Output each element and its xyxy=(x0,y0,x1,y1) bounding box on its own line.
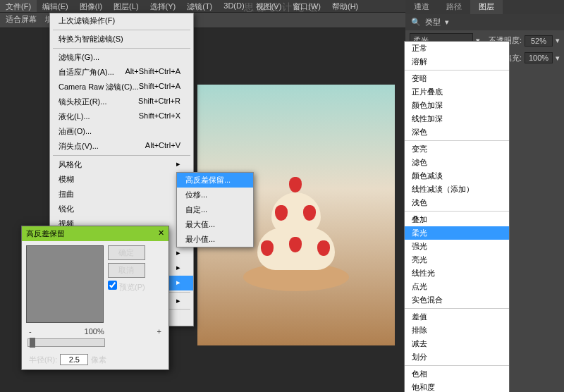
menu-edit[interactable]: 编辑(E) xyxy=(37,0,74,12)
submenu-item[interactable]: 自定... xyxy=(177,202,253,217)
menu-help[interactable]: 帮助(H) xyxy=(326,0,364,12)
tab-paths[interactable]: 路径 xyxy=(438,0,470,14)
blend-mode-option[interactable]: 颜色加深 xyxy=(405,99,509,112)
blend-mode-option[interactable]: 亮光 xyxy=(405,253,509,267)
panel-tabs: 通道 路径 图层 xyxy=(405,0,564,14)
menu-image[interactable]: 图像(I) xyxy=(74,0,108,12)
blend-mode-option[interactable]: 线性减淡（添加） xyxy=(405,183,509,196)
cake-image xyxy=(240,164,352,291)
chevron-down-icon[interactable]: ▾ xyxy=(556,54,560,63)
menu-item[interactable]: 扭曲▸ xyxy=(50,187,193,202)
blend-mode-option[interactable]: 线性光 xyxy=(405,267,509,280)
submenu-item[interactable]: 最大值... xyxy=(177,217,253,232)
tab-layers[interactable]: 图层 xyxy=(470,0,503,14)
chevron-down-icon[interactable]: ▾ xyxy=(556,36,560,45)
blend-mode-option[interactable]: 叠加 xyxy=(405,213,509,226)
menu-item[interactable]: 消失点(V)...Alt+Ctrl+V xyxy=(50,139,193,154)
menu-item[interactable]: 自适应广角(A)...Alt+Shift+Ctrl+A xyxy=(50,65,193,80)
blend-mode-option[interactable]: 颜色减淡 xyxy=(405,169,509,183)
menu-item[interactable]: 上次滤镜操作(F) xyxy=(50,13,193,28)
blend-mode-option[interactable]: 划分 xyxy=(405,350,509,364)
radius-slider[interactable] xyxy=(27,338,105,347)
blend-mode-option[interactable]: 变暗 xyxy=(405,72,509,85)
blend-mode-option[interactable]: 饱和度 xyxy=(405,381,509,392)
preview-checkbox[interactable]: 预览(P) xyxy=(108,281,145,293)
submenu-item[interactable]: 位移... xyxy=(177,188,253,202)
radius-label: 半径(R): xyxy=(29,355,57,365)
zoom-level: 100% xyxy=(85,327,104,336)
blend-mode-option[interactable]: 排除 xyxy=(405,324,509,337)
blend-mode-option[interactable]: 柔光 xyxy=(405,226,509,240)
watermark: 思缘设计论坛 xyxy=(244,1,320,14)
high-pass-dialog: 高反差保留 ✕ 确定 取消 预览(P) - 100% + 半径(R): 像素 xyxy=(21,226,169,370)
ok-button[interactable]: 确定 xyxy=(108,245,145,260)
other-submenu: 高反差保留...位移...自定...最大值...最小值... xyxy=(176,172,254,247)
dialog-preview xyxy=(26,245,104,323)
blend-mode-option[interactable]: 减去 xyxy=(405,337,509,350)
menu-item[interactable]: 镜头校正(R)...Shift+Ctrl+R xyxy=(50,94,193,109)
submenu-item[interactable]: 高反差保留... xyxy=(177,173,253,188)
blend-mode-option[interactable]: 变亮 xyxy=(405,142,509,156)
blend-mode-option[interactable]: 滤色 xyxy=(405,156,509,169)
menu-item[interactable]: 油画(O)... xyxy=(50,124,193,139)
kind-label: 类型 xyxy=(425,17,441,27)
menu-item[interactable]: 液化(L)...Shift+Ctrl+X xyxy=(50,109,193,124)
blend-mode-option[interactable]: 差值 xyxy=(405,310,509,324)
layer-kind-row: 🔍 类型 ▾ xyxy=(405,14,564,30)
tab-channels[interactable]: 通道 xyxy=(405,0,438,14)
blend-mode-option[interactable]: 强光 xyxy=(405,240,509,253)
dialog-titlebar[interactable]: 高反差保留 ✕ xyxy=(22,226,168,241)
blend-mode-option[interactable]: 浅色 xyxy=(405,196,509,209)
menu-file[interactable]: 文件(F) xyxy=(0,0,37,12)
kind-dropdown-icon[interactable]: ▾ xyxy=(445,18,449,27)
menu-item[interactable]: 滤镜库(G)... xyxy=(50,50,193,65)
menu-item[interactable]: 转换为智能滤镜(S) xyxy=(50,32,193,47)
menu-select[interactable]: 选择(Y) xyxy=(145,0,182,12)
menu-item[interactable]: 风格化▸ xyxy=(50,157,193,172)
close-icon[interactable]: ✕ xyxy=(158,228,164,239)
blend-mode-option[interactable]: 色相 xyxy=(405,367,509,381)
blend-mode-option[interactable]: 溶解 xyxy=(405,55,509,68)
blend-mode-option[interactable]: 正片叠底 xyxy=(405,85,509,99)
blend-mode-option[interactable]: 线性加深 xyxy=(405,112,509,125)
blend-mode-dropdown: 正常溶解变暗正片叠底颜色加深线性加深深色变亮滤色颜色减淡线性减淡（添加）浅色叠加… xyxy=(404,41,510,392)
menu-filter[interactable]: 滤镜(T) xyxy=(181,0,218,12)
blend-mode-option[interactable]: 正常 xyxy=(405,42,509,55)
blend-mode-option[interactable]: 实色混合 xyxy=(405,293,509,307)
slider-thumb[interactable] xyxy=(30,338,35,348)
submenu-item[interactable]: 最小值... xyxy=(177,232,253,247)
search-icon: 🔍 xyxy=(411,18,421,27)
zoom-out-button[interactable]: - xyxy=(29,327,32,336)
fill-value[interactable]: 100% xyxy=(525,52,553,63)
menu-layer[interactable]: 图层(L) xyxy=(108,0,144,12)
dialog-title-text: 高反差保留 xyxy=(26,228,65,239)
radius-unit: 像素 xyxy=(91,355,106,365)
radius-input[interactable] xyxy=(60,354,88,365)
opacity-value[interactable]: 52% xyxy=(525,35,553,47)
fit-screen-button[interactable]: 适合屏幕 xyxy=(6,15,37,23)
menu-item[interactable]: Camera Raw 滤镜(C)...Shift+Ctrl+A xyxy=(50,80,193,94)
cancel-button[interactable]: 取消 xyxy=(108,263,145,278)
blend-mode-option[interactable]: 深色 xyxy=(405,125,509,139)
blend-mode-option[interactable]: 点光 xyxy=(405,280,509,293)
menu-item[interactable]: 模糊▸ xyxy=(50,172,193,187)
menu-item[interactable]: 锐化▸ xyxy=(50,202,193,216)
zoom-in-button[interactable]: + xyxy=(157,327,161,336)
